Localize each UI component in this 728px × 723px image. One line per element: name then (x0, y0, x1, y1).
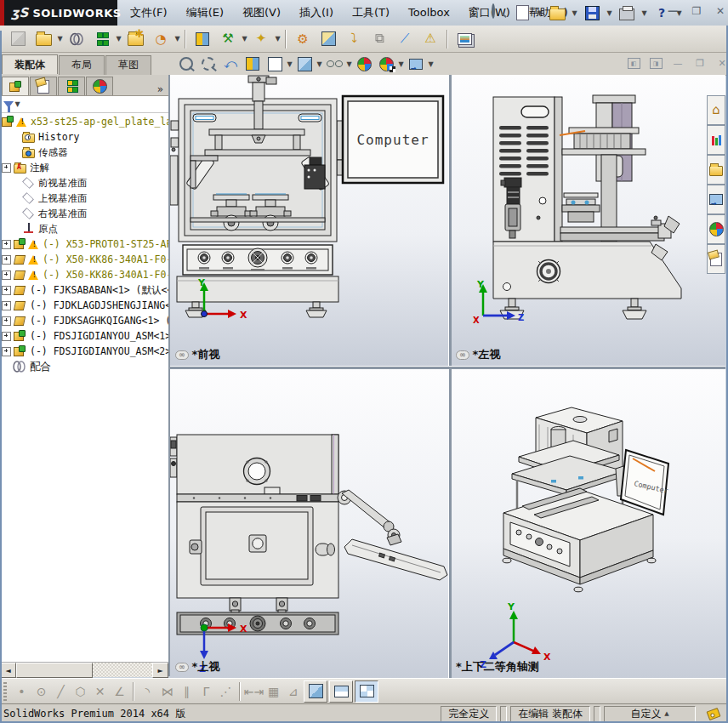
tab-layout[interactable]: 布局 (59, 55, 105, 75)
scrollbar-thumb[interactable] (16, 663, 93, 678)
zoom-to-fit-button[interactable] (175, 54, 197, 74)
open-button[interactable] (545, 2, 569, 24)
display-style-dropdown[interactable]: ▼ (316, 60, 323, 68)
linear-pattern-dropdown[interactable]: ▼ (115, 35, 122, 43)
tree-horizontal-scrollbar[interactable]: ◄ ► (0, 662, 168, 677)
mate-button[interactable] (65, 27, 88, 51)
menu-toolbox[interactable]: Toolbox (399, 0, 459, 26)
toolbar-grip[interactable] (3, 682, 7, 701)
tree-item-history[interactable]: History (0, 129, 168, 145)
doc-minimize-button[interactable]: — (669, 56, 686, 71)
section-view-button[interactable] (242, 54, 264, 74)
print-button[interactable] (615, 2, 639, 24)
search-icon[interactable] (492, 5, 507, 20)
close-button[interactable]: ✕ (711, 3, 728, 19)
pane-left-button[interactable]: ◧ (625, 56, 642, 71)
mirror-tool-icon[interactable]: ⋈ (157, 681, 177, 701)
panel-overflow-chevron[interactable]: » (154, 83, 167, 95)
dimension-tool-icon[interactable]: ⇤⇥ (244, 681, 264, 701)
appearances-scenes-tab[interactable] (707, 214, 725, 244)
instant3d-button[interactable]: ⟋ (393, 27, 417, 51)
view-settings-dropdown[interactable]: ▼ (427, 60, 435, 68)
expand-toggle[interactable] (2, 286, 11, 295)
tree-root[interactable]: x53-st25-ap-gel_plate_lami (0, 114, 168, 129)
apply-scene-button[interactable] (375, 54, 397, 74)
hide-show-items-button[interactable] (323, 54, 345, 74)
tab-sketch[interactable]: 草图 (105, 55, 151, 75)
print-dropdown[interactable]: ▼ (640, 9, 648, 17)
tab-feature-manager[interactable] (2, 77, 29, 95)
tree-item-annotations[interactable]: A 注解 (0, 160, 168, 175)
exploded-view-button[interactable] (316, 27, 340, 51)
tree-item-component[interactable]: (-) X50-KK86-340A1-F0-1 (0, 267, 168, 282)
view-orientation-dropdown[interactable]: ▼ (286, 60, 293, 68)
insert-component-button[interactable] (6, 27, 30, 51)
large-assembly-mode-button[interactable]: ⚠ (418, 27, 442, 51)
two-view-button[interactable] (329, 680, 353, 703)
design-library-tab[interactable] (707, 125, 725, 155)
previous-view-button[interactable]: ⤺ (219, 54, 242, 74)
new-motion-study-button[interactable]: ⚙ (291, 27, 315, 51)
interference-detection-button[interactable]: ⧉ (367, 27, 391, 51)
file-explorer-tab[interactable] (707, 155, 725, 185)
tab-configuration-manager[interactable] (58, 77, 85, 95)
tree-item-top-plane[interactable]: 上视基准面 (0, 191, 168, 206)
smart-fasteners-button[interactable]: ✱ (123, 27, 147, 51)
minimize-button[interactable]: — (663, 3, 682, 19)
view-palette-tab[interactable] (707, 185, 725, 214)
grid-tool-icon[interactable]: ▦ (264, 681, 283, 701)
tree-item-origin[interactable]: 原点 (0, 221, 168, 236)
viewport-vertical-splitter[interactable] (448, 75, 452, 678)
tag-icon[interactable] (707, 707, 721, 720)
single-view-button[interactable] (304, 680, 327, 703)
trim-tool-icon[interactable]: ✕ (90, 681, 110, 701)
save-dropdown[interactable]: ▼ (606, 9, 613, 17)
assembly-features-dropdown[interactable]: ▼ (241, 35, 248, 43)
viewport-left[interactable]: Y X Z *左视 (451, 75, 725, 366)
display-style-button[interactable] (293, 54, 316, 74)
status-custom-dropdown[interactable]: 自定义 ▲ (604, 706, 696, 722)
reference-geometry-dropdown[interactable]: ▼ (274, 35, 282, 43)
tab-display-manager[interactable] (86, 77, 113, 95)
view-orientation-button[interactable] (264, 54, 286, 74)
viewport-iso[interactable]: Computer Y X Z *上下二等角轴测 (451, 368, 725, 678)
menu-view[interactable]: 视图(V) (233, 0, 290, 26)
explode-line-sketch-button[interactable]: ⤵ (342, 27, 366, 51)
four-view-button[interactable] (355, 680, 378, 703)
scroll-left-arrow[interactable]: ◄ (0, 663, 16, 678)
restore-button[interactable]: ❐ (687, 3, 706, 19)
view-settings-button[interactable] (405, 54, 427, 74)
tree-item-component[interactable]: (-) FJDKLAGDJSHENGJIANG<1 (0, 298, 168, 313)
parallel-tool-icon[interactable]: ∥ (177, 681, 196, 701)
linear-pattern-button[interactable] (90, 27, 114, 51)
polygon-tool-icon[interactable]: ⬡ (71, 681, 90, 701)
reference-geometry-button[interactable]: ✦ (249, 27, 273, 51)
tree-item-component[interactable]: (-) X50-KK86-340A1-F0-1 (0, 252, 168, 267)
pane-right-button[interactable]: ◨ (647, 56, 664, 71)
edit-appearance-button[interactable] (353, 54, 375, 74)
apply-scene-dropdown[interactable]: ▼ (397, 60, 405, 68)
expand-toggle[interactable] (2, 240, 11, 249)
menu-edit[interactable]: 编辑(E) (177, 0, 233, 26)
open-part-button[interactable] (31, 27, 55, 51)
menu-tools[interactable]: 工具(T) (343, 0, 399, 26)
arc-tool-icon[interactable]: ◝ (138, 681, 157, 701)
filter-dropdown[interactable]: ▼ (14, 100, 21, 108)
expand-toggle[interactable] (2, 163, 11, 173)
new-document-button[interactable] (510, 2, 534, 24)
expand-toggle[interactable] (2, 270, 11, 280)
solidworks-resources-tab[interactable]: ⌂ (707, 95, 725, 125)
menu-file[interactable]: 文件(F) (121, 0, 177, 26)
viewport-top[interactable]: X Z *上视 (170, 368, 448, 678)
viewport-horizontal-splitter[interactable] (170, 366, 725, 369)
tree-item-right-plane[interactable]: 右视基准面 (0, 206, 168, 221)
tree-item-component[interactable]: (-) X53-PROT01-ST25-AP- (0, 236, 168, 252)
tab-assembly[interactable]: 装配体 (2, 54, 58, 74)
tree-item-component[interactable]: (-) FDSJIGDIANYOU_ASM<1> (0, 328, 168, 344)
scroll-right-arrow[interactable]: ► (152, 663, 168, 678)
viewport-front[interactable]: Computer Y X *前视 (170, 75, 448, 366)
expand-toggle[interactable] (2, 255, 11, 265)
expand-toggle[interactable] (2, 347, 11, 356)
circle-tool-icon[interactable]: ⊙ (31, 681, 51, 701)
menu-insert[interactable]: 插入(I) (290, 0, 343, 26)
